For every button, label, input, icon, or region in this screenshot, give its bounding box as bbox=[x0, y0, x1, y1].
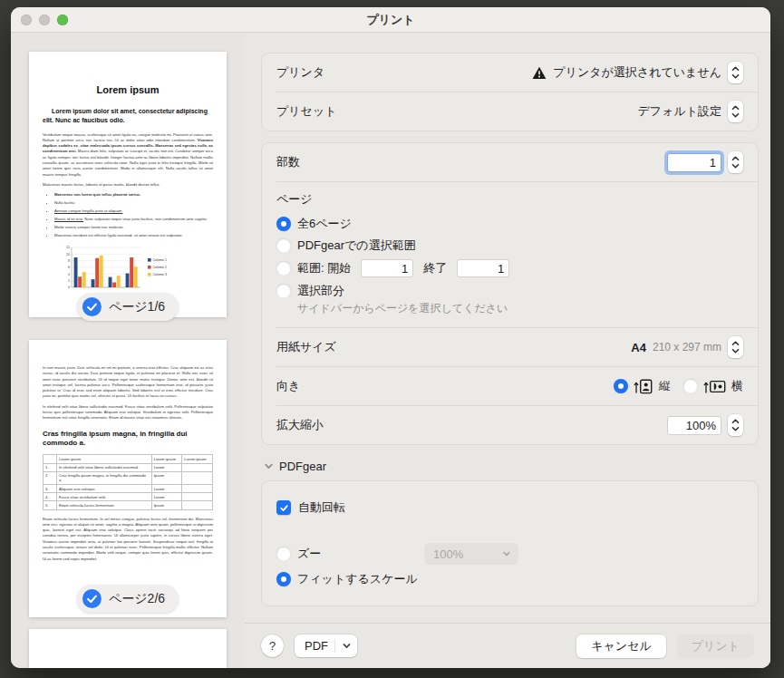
paper-size-value: A4 bbox=[631, 341, 646, 354]
fit-scale-label: フィットするスケール bbox=[297, 571, 418, 587]
page-preview-sidebar[interactable]: Lorem ipsum Lorem ipsum dolor sit amet, … bbox=[11, 33, 245, 668]
pdfgear-section-header[interactable]: PDFgear bbox=[261, 460, 759, 473]
doc-paragraph: Vestibulum neque massa, scelerisque sit … bbox=[43, 132, 213, 178]
page-badge-label: ページ1/6 bbox=[109, 299, 165, 315]
page-preview-2[interactable]: In non mauris justo. Duis vehicula mi ve… bbox=[29, 340, 227, 617]
partial-label: 選択部分 bbox=[297, 283, 344, 299]
traffic-lights bbox=[21, 7, 68, 32]
range-end-input[interactable] bbox=[457, 259, 509, 277]
options-card: 部数 ページ bbox=[261, 142, 759, 445]
preview-table: Lorem ipsumLorem ipsumLorem ipsum1.In el… bbox=[43, 454, 213, 509]
radio-button[interactable] bbox=[276, 261, 291, 276]
autorotate-option[interactable]: 自動回転 bbox=[276, 499, 743, 516]
table-header-cell: Lorem ipsum bbox=[182, 455, 213, 463]
chevron-up-down-icon bbox=[731, 64, 740, 81]
chevron-up-down-icon bbox=[731, 417, 740, 433]
pages-range-option[interactable]: 範囲: 開始 終了 bbox=[276, 259, 743, 277]
page-badge-label: ページ2/6 bbox=[109, 591, 165, 607]
pdf-menu-button[interactable]: PDF bbox=[295, 634, 357, 657]
button-separator bbox=[334, 639, 335, 653]
chevron-down-icon bbox=[342, 641, 352, 651]
printer-preset-card: プリンタ プリンタが選択されていません bbox=[261, 53, 759, 131]
radio-button[interactable] bbox=[276, 217, 291, 231]
svg-text:12: 12 bbox=[66, 246, 70, 249]
doc-heading: Cras fringilla ipsum magna, in fringilla… bbox=[43, 430, 213, 449]
help-button[interactable]: ? bbox=[261, 634, 284, 657]
doc-paragraph: In non mauris justo. Duis vehicula mi ve… bbox=[43, 365, 213, 400]
page-badge: ページ1/6 bbox=[77, 293, 179, 321]
copies-input[interactable] bbox=[667, 153, 721, 172]
paper-size-label: 用紙サイズ bbox=[276, 339, 336, 355]
autorotate-label: 自動回転 bbox=[298, 499, 345, 516]
pdf-label: PDF bbox=[305, 639, 328, 653]
pages-all-option[interactable]: 全6ページ bbox=[276, 216, 743, 232]
zoom-button[interactable] bbox=[57, 15, 68, 25]
settings-scroll-area[interactable]: プリンタ プリンタが選択されていません bbox=[245, 33, 770, 623]
print-dialog-window: プリント Lorem ipsum Lorem ipsum dolor sit a… bbox=[11, 7, 770, 668]
titlebar[interactable]: プリント bbox=[11, 7, 770, 33]
copies-stepper[interactable] bbox=[728, 151, 743, 173]
paper-popup-stepper[interactable] bbox=[728, 336, 743, 358]
preset-row: プリセット デフォルト設定 bbox=[262, 92, 758, 131]
close-button[interactable] bbox=[21, 15, 32, 25]
doc-subtitle: Lorem ipsum dolor sit amet, consectetur … bbox=[43, 107, 213, 125]
preset-label: プリセット bbox=[276, 103, 337, 120]
printer-value: プリンタが選択されていません bbox=[553, 64, 721, 81]
cancel-button[interactable]: キャンセル bbox=[576, 634, 666, 658]
svg-text:Column 3: Column 3 bbox=[153, 273, 167, 276]
svg-text:4: 4 bbox=[68, 273, 70, 276]
page-preview-1[interactable]: Lorem ipsum Lorem ipsum dolor sit amet, … bbox=[29, 52, 227, 317]
scale-row: 拡大縮小 bbox=[262, 406, 758, 444]
table-header-cell: Lorem ipsum bbox=[56, 455, 151, 463]
landscape-label: 横 bbox=[731, 378, 743, 394]
print-button[interactable]: プリント bbox=[677, 634, 754, 658]
print-label: プリント bbox=[692, 638, 740, 654]
radio-button[interactable] bbox=[276, 284, 291, 298]
zoom-value-dropdown[interactable]: 100% bbox=[424, 543, 518, 565]
bullet-item: Aenean congue fringilla justo ut aliquam… bbox=[54, 208, 213, 214]
paper-size-select[interactable]: A4 210 x 297 mm bbox=[631, 336, 743, 358]
printer-popup-stepper[interactable] bbox=[728, 62, 743, 83]
check-circle-icon bbox=[82, 297, 102, 316]
table-row: 1.In eleifend velit vitae libero sollici… bbox=[44, 463, 213, 471]
svg-text:0: 0 bbox=[68, 286, 70, 289]
pages-selection-option[interactable]: PDFgearでの選択範囲 bbox=[276, 237, 743, 254]
doc-paragraph: In eleifend velit vitae libero sollicitu… bbox=[43, 404, 213, 421]
doc-paragraph: Maecenas mauris lectus, lobortis et puru… bbox=[43, 182, 213, 188]
scale-input[interactable] bbox=[667, 416, 721, 435]
svg-text:2: 2 bbox=[68, 279, 70, 283]
checkbox-checked[interactable] bbox=[276, 500, 291, 515]
fit-scale-option[interactable]: フィットするスケール bbox=[276, 571, 743, 587]
pages-label: ページ bbox=[276, 191, 743, 208]
fit-scale-radio[interactable] bbox=[276, 572, 291, 586]
bullet-item: Morbi viverra semper lorem nec molestie. bbox=[54, 225, 213, 230]
svg-text:8: 8 bbox=[68, 259, 70, 263]
doc-title: Lorem ipsum bbox=[43, 84, 213, 95]
check-icon bbox=[279, 503, 289, 513]
bullet-item: Nulla facilisi. bbox=[54, 200, 213, 206]
chevron-down-icon bbox=[502, 549, 511, 558]
preset-popup-stepper[interactable] bbox=[728, 101, 743, 122]
zoom-radio[interactable] bbox=[276, 547, 291, 561]
zoom-option[interactable]: ズー 100% bbox=[276, 543, 743, 565]
range-start-input[interactable] bbox=[361, 259, 413, 277]
pages-all-label: 全6ページ bbox=[297, 216, 352, 232]
page-preview-3[interactable] bbox=[29, 629, 227, 668]
paper-size-dims: 210 x 297 mm bbox=[653, 341, 721, 354]
window-title: プリント bbox=[366, 12, 414, 28]
printer-select[interactable]: プリンタが選択されていません bbox=[532, 62, 743, 83]
preset-select[interactable]: デフォルト設定 bbox=[637, 101, 743, 122]
minimize-button[interactable] bbox=[39, 15, 50, 25]
portrait-radio[interactable] bbox=[614, 379, 628, 393]
table-header-cell bbox=[44, 455, 57, 463]
table-header-row: Lorem ipsumLorem ipsumLorem ipsum bbox=[44, 455, 213, 463]
chevron-up-down-icon bbox=[731, 103, 740, 120]
svg-text:Column 1: Column 1 bbox=[153, 258, 167, 262]
scale-stepper[interactable] bbox=[728, 414, 743, 436]
bullet-item: Maecenas tincidunt est efficitur ligula … bbox=[54, 233, 213, 238]
page-badge: ページ2/6 bbox=[77, 585, 179, 613]
landscape-radio[interactable] bbox=[683, 379, 698, 393]
radio-button[interactable] bbox=[276, 238, 291, 253]
range-end-label: 終了 bbox=[423, 260, 447, 276]
pages-partial-option[interactable]: 選択部分 bbox=[276, 283, 743, 299]
